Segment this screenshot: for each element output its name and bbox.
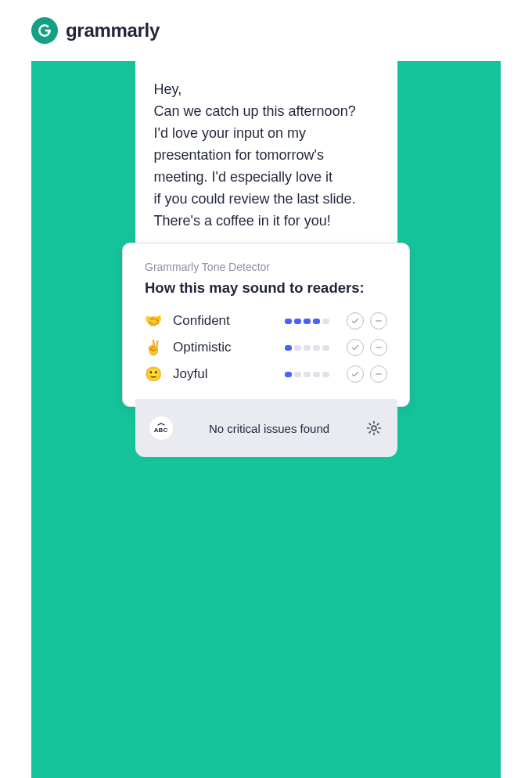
brand-logo: grammarly [31,17,160,44]
victory-emoji-icon: ✌️ [145,339,173,356]
message-line: I'd love your input on my [154,122,379,144]
approve-icon[interactable] [347,312,364,330]
message-line: There's a coffee in it for you! [154,210,379,232]
tone-level-meter [285,345,329,351]
smile-emoji-icon: 🙂 [145,366,173,383]
status-bar: ABC No critical issues found [135,399,397,457]
spellcheck-badge-icon[interactable]: ABC [149,416,173,440]
abc-text: ABC [154,427,167,434]
tone-row-confident: 🤝 Confident [145,308,387,334]
brand-name: grammarly [66,20,160,41]
tone-detector-card: Grammarly Tone Detector How this may sou… [122,243,410,407]
tone-level-meter [285,372,329,377]
hero-panel: Hey, Can we catch up this afternoon? I'd… [31,61,501,778]
message-line: meeting. I'd especially love it [154,166,379,188]
tone-row-joyful: 🙂 Joyful [145,361,387,387]
dismiss-icon[interactable] [370,312,387,330]
tone-label: Optimistic [173,340,285,355]
handshake-emoji-icon: 🤝 [145,312,173,330]
gear-icon[interactable] [365,420,383,437]
tone-label: Confident [173,313,285,329]
message-greeting: Hey, [154,78,379,100]
grammarly-logo-icon [31,17,58,44]
message-line: if you could review the last slide. [154,188,379,210]
message-line: Can we catch up this afternoon? [154,100,379,122]
message-line: presentation for tomorrow's [154,144,379,166]
tone-subtitle: Grammarly Tone Detector [145,261,387,273]
mockup: Hey, Can we catch up this afternoon? I'd… [31,61,501,740]
dismiss-icon[interactable] [370,339,387,356]
tone-level-meter [285,319,329,324]
tone-label: Joyful [173,366,285,382]
status-text: No critical issues found [209,422,329,435]
approve-icon[interactable] [347,339,364,356]
dismiss-icon[interactable] [370,366,387,383]
approve-icon[interactable] [347,366,364,383]
tone-title: How this may sound to readers: [145,279,387,297]
tone-row-optimistic: ✌️ Optimistic [145,334,387,361]
header: grammarly [0,0,532,61]
svg-point-3 [372,426,377,430]
